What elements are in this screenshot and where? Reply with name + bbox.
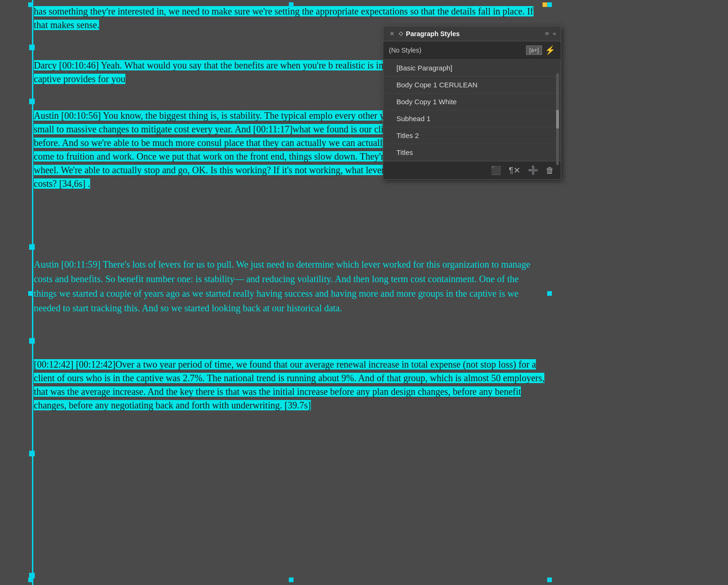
- no-styles-row: (No Styles) [a+] ⚡: [383, 41, 561, 60]
- text-block-5: [00:12:42] [00:12:42]Over a two year per…: [34, 358, 545, 412]
- panel-menu-icon[interactable]: ≡: [545, 30, 549, 38]
- panel-collapse-button[interactable]: «: [553, 30, 556, 38]
- style-item-titles[interactable]: Titles: [383, 144, 561, 161]
- left-square-1: [29, 45, 35, 50]
- handle-mid-left[interactable]: [28, 291, 33, 296]
- panel-titlebar: × ◇ Paragraph Styles ≡ «: [383, 26, 561, 41]
- toolbar-add-button[interactable]: ➕: [526, 164, 540, 177]
- left-square-4: [29, 338, 35, 344]
- handle-top-left[interactable]: [28, 2, 33, 7]
- styles-list: [Basic Paragraph] Body Cope 1 CERULEAN B…: [383, 60, 561, 161]
- toolbar-para-button[interactable]: ¶✕: [507, 164, 522, 177]
- lightning-button[interactable]: ⚡: [545, 45, 555, 55]
- paragraph-styles-panel: × ◇ Paragraph Styles ≡ « (No Styles) [a+…: [383, 26, 561, 180]
- handle-mid-right[interactable]: [547, 291, 552, 296]
- panel-title: Paragraph Styles: [406, 30, 459, 38]
- scroll-thumb[interactable]: [556, 110, 559, 129]
- no-styles-label: (No Styles): [389, 46, 421, 54]
- handle-top-right[interactable]: [547, 2, 552, 7]
- handle-yellow[interactable]: [542, 2, 547, 7]
- style-item-basic[interactable]: [Basic Paragraph]: [383, 60, 561, 77]
- main-canvas: has something they're interested in, we …: [0, 0, 728, 585]
- toolbar-load-button[interactable]: ⬛: [489, 164, 503, 177]
- panel-titlebar-left: × ◇ Paragraph Styles: [388, 30, 460, 38]
- handle-top-center[interactable]: [289, 2, 294, 7]
- toolbar-delete-button[interactable]: 🗑: [544, 165, 556, 177]
- style-item-body-cerulean[interactable]: Body Cope 1 CERULEAN: [383, 77, 561, 93]
- panel-toolbar: ⬛ ¶✕ ➕ 🗑: [383, 161, 561, 179]
- panel-close-button[interactable]: ×: [388, 30, 396, 38]
- panel-diamond-icon: ◇: [399, 30, 403, 37]
- left-square-3: [29, 244, 35, 250]
- style-item-body-white[interactable]: Body Copy 1 White: [383, 93, 561, 110]
- style-item-titles2[interactable]: Titles 2: [383, 127, 561, 144]
- style-item-subhead[interactable]: Subhead 1: [383, 110, 561, 127]
- handle-bottom-left[interactable]: [28, 577, 33, 582]
- left-square-5: [29, 451, 35, 456]
- scrollbar[interactable]: [556, 73, 559, 165]
- left-square-2: [29, 99, 35, 104]
- add-style-button[interactable]: [a+]: [526, 46, 542, 55]
- handle-bottom-right[interactable]: [547, 577, 552, 582]
- handle-bottom-center[interactable]: [289, 577, 294, 582]
- no-styles-actions: [a+] ⚡: [526, 45, 555, 55]
- text-block-4: Austin [00:11:59] There's lots of levers…: [34, 257, 540, 316]
